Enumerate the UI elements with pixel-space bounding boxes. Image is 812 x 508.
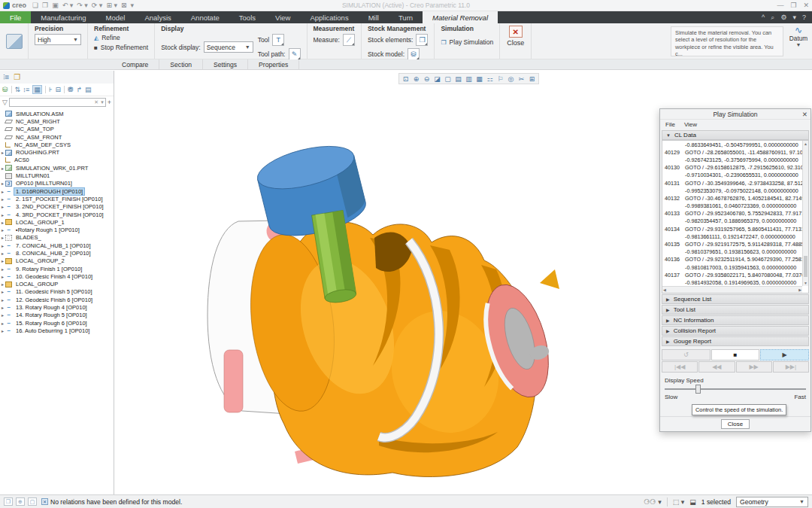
rewind-button[interactable]: ◀◀: [698, 361, 735, 373]
ribbon-tab[interactable]: Manufacturing: [31, 11, 95, 23]
tree-grid-icon[interactable]: ▦: [32, 85, 42, 94]
stock-elements-button[interactable]: ❒: [416, 34, 428, 46]
cl-data-row[interactable]: 40133 GOTO / -29.9523406780, 5.755294283…: [662, 210, 802, 217]
selection-box-icon[interactable]: ⬚ ▾: [673, 498, 685, 506]
datum-button[interactable]: ∿ Datum ▼: [786, 26, 810, 47]
ribbon-tab[interactable]: Tools: [229, 11, 265, 23]
vertical-scrollbar[interactable]: ▲ ▼: [802, 141, 808, 286]
horizontal-scrollbar[interactable]: ◀ ▶: [662, 286, 802, 293]
dialog-close-icon[interactable]: ✕: [802, 109, 807, 120]
graphics-viewport[interactable]: ⊡⊕⊖◪▢▤▥▦⚏⚐◎✂⊞: [114, 71, 812, 494]
tree-item-nc-asm-top[interactable]: NC_ASM_TOP: [0, 126, 114, 133]
selection-filter-icon[interactable]: ⬓: [689, 498, 696, 506]
tree-filter-input[interactable]: ✕ ▾: [9, 98, 106, 107]
expand-arrow-icon[interactable]: ▸: [0, 289, 5, 294]
dialog-menu-item[interactable]: File: [665, 121, 675, 128]
redo-icon[interactable]: ↷ ▾: [77, 2, 88, 9]
tree-item-acs0[interactable]: ACS0: [0, 157, 114, 164]
ribbon-tab[interactable]: Analysis: [135, 11, 180, 23]
tree-item-geodesic-finish-6[interactable]: ▸ 12. Geodesic Finish 6 [OP010]: [0, 296, 114, 303]
stop-button[interactable]: ■: [711, 349, 760, 360]
add-filter-icon[interactable]: +: [108, 99, 111, 106]
cl-data-row[interactable]: -0.9820354457, 0.1886965379, 0.000000000…: [662, 217, 802, 225]
gear-icon[interactable]: ⚙: [780, 14, 786, 21]
cl-data-row[interactable]: -0.9267423125, -0.3756975994, 0.00000000…: [662, 156, 802, 163]
expand-arrow-icon[interactable]: ▸: [0, 235, 5, 240]
layers-icon[interactable]: ⛃: [68, 86, 74, 93]
replay-button[interactable]: ↺: [662, 349, 710, 360]
model-tree-toggle-icon[interactable]: ❒: [4, 497, 13, 506]
tree-item-local-group-1[interactable]: ▸ LOCAL_GROUP_1: [0, 218, 114, 226]
open-file-icon[interactable]: ❐: [42, 2, 48, 9]
expand-arrow-icon[interactable]: ▸: [0, 328, 5, 333]
scrollbar-thumb[interactable]: [804, 256, 807, 277]
expand-arrow-icon[interactable]: ▸: [0, 281, 5, 287]
tree-item-millturn01[interactable]: MILLTURN01: [0, 172, 114, 179]
help-icon[interactable]: ?: [802, 14, 806, 21]
tree-item-2nd-pocket-finish[interactable]: ▸ 3. 2ND_POCKET_FINISH [OP010]: [0, 203, 114, 211]
tree-item-1st-pocket-finish[interactable]: ▸ 2. 1ST_POCKET_FINISH [OP010]: [0, 195, 114, 202]
fast-forward-button[interactable]: ▶▶: [736, 361, 772, 373]
tree-item-nc-asm-def-csys[interactable]: NC_ASM_DEF_CSYS: [0, 141, 114, 148]
minimize-button[interactable]: —: [777, 2, 783, 9]
speed-slider-track[interactable]: [665, 388, 806, 390]
cl-data-row[interactable]: 40137 GOTO / -29.9358022171, 5.840708004…: [662, 271, 802, 278]
simulate-big-button[interactable]: [0, 23, 29, 59]
precision-select[interactable]: High ▼: [35, 34, 81, 45]
tree-item-op010[interactable]: ▸ OP010 [MILLTURN01]: [0, 180, 114, 187]
close-tab-button[interactable]: ✕ Close: [500, 23, 532, 59]
ribbon-tab[interactable]: Model: [96, 11, 135, 23]
save-icon[interactable]: ▣: [52, 2, 59, 9]
cl-data-row[interactable]: 40132 GOTO / -30.4678762876, 1.405218454…: [662, 194, 802, 202]
search-icon[interactable]: ⌕: [771, 14, 774, 22]
scroll-left-icon[interactable]: ◀: [663, 287, 666, 292]
subtab[interactable]: Properties: [248, 59, 299, 69]
tree-settings-icon[interactable]: ▤: [85, 86, 92, 93]
tree-item-local-group[interactable]: ▸ LOCAL_GROUP: [0, 281, 114, 288]
tree-item-simulation-wrk[interactable]: ▸ SIMULATION_WRK_01.PRT: [0, 164, 114, 172]
ribbon-tab[interactable]: File: [0, 11, 31, 23]
expand-arrow-icon[interactable]: ▸: [0, 220, 5, 225]
tree-item-rotary-rough-1[interactable]: ▸ ▪Rotary Rough 1 [OP010]: [0, 226, 114, 233]
section-nc-information[interactable]: ▶ NC Information: [662, 315, 809, 325]
expand-arrow-icon[interactable]: ▸: [0, 181, 5, 186]
find-icon[interactable]: ↱: [77, 86, 83, 93]
tree-item-geodesic-finish-4[interactable]: ▸ 10. Geodesic Finish 4 [OP010]: [0, 272, 114, 280]
dialog-menu-item[interactable]: View: [684, 121, 697, 128]
expand-arrow-icon[interactable]: ▸: [0, 305, 5, 310]
expand-arrow-icon[interactable]: ▸: [0, 251, 5, 256]
close-button[interactable]: ✕: [803, 2, 809, 9]
clear-filter-icon[interactable]: ✕: [94, 99, 98, 105]
tree-item-roughing-prt[interactable]: ▸ ROUGHING.PRT: [0, 148, 114, 156]
tree-filters-icon[interactable]: ⇅: [15, 86, 21, 93]
full-screen-icon[interactable]: ▢: [28, 497, 37, 506]
tree-item-nc-asm-front[interactable]: NC_ASM_FRONT: [0, 133, 114, 141]
stock-model-button[interactable]: ⛁: [408, 48, 420, 60]
tree-item-d16r0rough[interactable]: ▸ 1. D16R0ROUGH [OP010]: [0, 187, 114, 195]
uncut-stock-patch-left[interactable]: [224, 350, 243, 412]
cl-data-row[interactable]: -0.9952353079, -0.0975022148, 0.00000000…: [662, 187, 802, 194]
measure-button[interactable]: ⟋: [343, 34, 355, 46]
play-button[interactable]: ▶: [760, 349, 809, 360]
expand-arrow-icon[interactable]: ▸: [0, 189, 5, 194]
tree-item-simulation-asm[interactable]: SIMULATION.ASM: [0, 110, 114, 117]
3d-model-view[interactable]: [114, 71, 659, 494]
close-window-icon[interactable]: ⊠: [121, 2, 127, 9]
tree-item-auto-deburring-1[interactable]: ▸ 16. Auto Deburring 1 [OP010]: [0, 327, 114, 334]
tree-item-3rd-pocket-finish[interactable]: ▸ 4. 3RD_POCKET_FINISH [OP010]: [0, 211, 114, 218]
cl-data-row[interactable]: -0.9710034301, -0.2390655531, 0.00000000…: [662, 172, 802, 179]
minimize-ribbon-icon[interactable]: ^: [762, 14, 765, 21]
cl-data-row[interactable]: -0.9810379651, 0.1938156623, 0.000000000…: [662, 248, 802, 256]
tree-item-nc-asm-right[interactable]: NC_ASM_RIGHT: [0, 117, 114, 125]
expand-arrow-icon[interactable]: ▸: [0, 297, 5, 303]
tree-item-blades[interactable]: ▸ BLADES_: [0, 234, 114, 242]
ribbon-tab[interactable]: View: [265, 11, 300, 23]
windows-icon[interactable]: ⊞ ▾: [106, 2, 117, 9]
section-collision-report[interactable]: ▶ Collision Report: [662, 326, 809, 336]
customize-qat-icon[interactable]: ▾: [130, 2, 134, 9]
cl-data-row[interactable]: -0.9810817003, 0.1935941563, 0.000000000…: [662, 263, 802, 271]
cl-data-list[interactable]: -0.8633649451, -0.5045799951, 0.00000000…: [662, 140, 809, 294]
ribbon-tab[interactable]: Material Removal: [423, 11, 498, 23]
cl-data-row[interactable]: -0.8633649451, -0.5045799951, 0.00000000…: [662, 141, 802, 148]
model-tree-tab-icon[interactable]: ⫶≡: [3, 73, 9, 82]
